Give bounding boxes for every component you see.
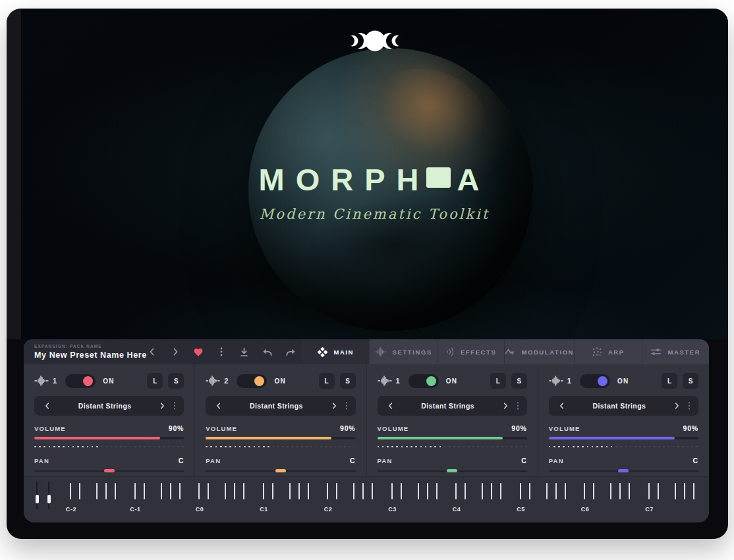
channel-preset-selector[interactable]: Distant Strings: [206, 396, 355, 416]
channel-on-toggle[interactable]: [237, 374, 267, 388]
key-tick: [391, 483, 393, 499]
listen-button[interactable]: L: [490, 373, 506, 389]
key-tick: [684, 483, 685, 499]
channel-strip-2: 2 ON L S Distant Strings VOLUME90%: [194, 364, 366, 476]
preset-prev-icon[interactable]: [42, 401, 53, 411]
channel-preset-selector[interactable]: Distant Strings: [34, 396, 184, 416]
preset-menu-icon[interactable]: [171, 401, 178, 410]
key-tick: [427, 483, 428, 499]
tab-arp-label: ARP: [608, 349, 625, 356]
tab-settings[interactable]: SETTINGS: [369, 339, 436, 364]
key-tick: [500, 483, 501, 499]
channel-on-label: ON: [274, 378, 286, 385]
preset-prev-icon[interactable]: [213, 401, 224, 411]
undo-icon[interactable]: [262, 347, 273, 357]
channel-on-toggle[interactable]: [580, 374, 610, 388]
pan-handle[interactable]: [447, 469, 457, 472]
volume-label: VOLUME: [549, 425, 580, 432]
volume-slider[interactable]: [378, 437, 527, 439]
channel-on-label: ON: [103, 378, 115, 385]
pan-handle[interactable]: [618, 469, 629, 472]
solo-button[interactable]: S: [168, 373, 184, 389]
previous-preset-icon[interactable]: [147, 347, 157, 357]
preset-next-icon[interactable]: [500, 401, 511, 411]
kebab-menu-icon[interactable]: [216, 347, 227, 357]
tab-modulation-label: MODULATION: [521, 349, 574, 356]
channel-preset-selector[interactable]: Distant Strings: [549, 396, 698, 416]
channel-on-toggle[interactable]: [65, 374, 96, 388]
tab-arp[interactable]: ARP: [574, 339, 641, 364]
preset-next-icon[interactable]: [671, 401, 682, 411]
key-tick: [298, 483, 300, 499]
keyboard-octaves: C-2C-1C0C1C2C3C4C5C6C7: [66, 477, 709, 522]
channel-header: 1 ON L S: [378, 373, 527, 389]
tab-effects-label: EFFECTS: [461, 349, 496, 356]
volume-slider[interactable]: [34, 437, 184, 439]
key-tick: [144, 483, 145, 499]
key-tick: [418, 483, 419, 499]
channel-on-label: ON: [617, 378, 629, 385]
key-tick: [555, 483, 557, 499]
preset-display[interactable]: EXPANSION: PACK NAME My New Preset Name …: [24, 344, 147, 360]
pan-slider[interactable]: [378, 470, 527, 472]
preset-menu-icon[interactable]: [343, 401, 350, 410]
octave-label: C6: [581, 506, 590, 513]
volume-value: 90%: [169, 424, 184, 432]
channel-on-label: ON: [446, 378, 458, 385]
channel-preset-name: Distant Strings: [567, 402, 671, 410]
tab-modulation[interactable]: MODULATION: [504, 339, 574, 364]
listen-button[interactable]: L: [147, 373, 163, 389]
favorite-heart-icon[interactable]: [193, 347, 204, 357]
octave-group: C7: [644, 477, 708, 522]
octave-group: C5: [516, 477, 580, 522]
channel-strip-4: 1 ON L S Distant Strings VOLUME90%: [538, 364, 709, 476]
redo-icon[interactable]: [285, 347, 296, 357]
range-handle[interactable]: [47, 495, 51, 503]
pan-label: PAN: [34, 457, 49, 464]
key-tick: [225, 483, 226, 499]
pan-handle[interactable]: [104, 469, 115, 472]
preset-menu-icon[interactable]: [515, 401, 521, 410]
tab-main[interactable]: MAIN: [302, 339, 369, 364]
key-tick: [161, 483, 162, 499]
volume-slider[interactable]: [206, 437, 355, 439]
solo-button[interactable]: S: [340, 373, 356, 389]
key-range-low-slider[interactable]: [36, 482, 38, 509]
tab-effects[interactable]: EFFECTS: [437, 339, 504, 364]
volume-slider[interactable]: [549, 437, 698, 439]
keyboard-range-strip[interactable]: C-2C-1C0C1C2C3C4C5C6C7: [24, 476, 709, 522]
pan-slider[interactable]: [549, 470, 698, 472]
octave-label: C0: [196, 506, 204, 513]
solo-button[interactable]: S: [511, 373, 527, 389]
key-tick: [208, 483, 209, 499]
volume-label: VOLUME: [34, 425, 66, 432]
level-meter: [378, 446, 527, 448]
download-icon[interactable]: [239, 347, 250, 357]
key-tick: [455, 483, 457, 499]
listen-button[interactable]: L: [662, 373, 677, 389]
key-tick: [327, 483, 328, 499]
range-handle[interactable]: [36, 495, 39, 503]
pan-slider[interactable]: [206, 470, 355, 472]
volume-value: 90%: [683, 424, 698, 432]
preset-menu-icon[interactable]: [686, 401, 692, 410]
waveform-icon: [378, 375, 392, 387]
toolbar: EXPANSION: PACK NAME My New Preset Name …: [24, 339, 709, 364]
key-tick: [96, 483, 98, 499]
listen-button[interactable]: L: [319, 373, 335, 389]
next-preset-icon[interactable]: [170, 347, 181, 357]
preset-next-icon[interactable]: [329, 401, 339, 411]
pan-slider[interactable]: [34, 470, 184, 472]
key-range-high-slider[interactable]: [48, 482, 49, 509]
channel-preset-selector[interactable]: Distant Strings: [378, 396, 527, 416]
pan-handle[interactable]: [275, 469, 286, 472]
preset-next-icon[interactable]: [157, 401, 167, 411]
tab-master[interactable]: MASTER: [642, 339, 709, 364]
key-tick: [70, 483, 71, 499]
key-tick: [289, 483, 291, 499]
preset-prev-icon[interactable]: [557, 401, 567, 411]
solo-button[interactable]: S: [683, 373, 698, 389]
channel-on-toggle[interactable]: [409, 374, 439, 388]
preset-prev-icon[interactable]: [385, 401, 396, 411]
octave-group: C-2: [66, 477, 130, 522]
